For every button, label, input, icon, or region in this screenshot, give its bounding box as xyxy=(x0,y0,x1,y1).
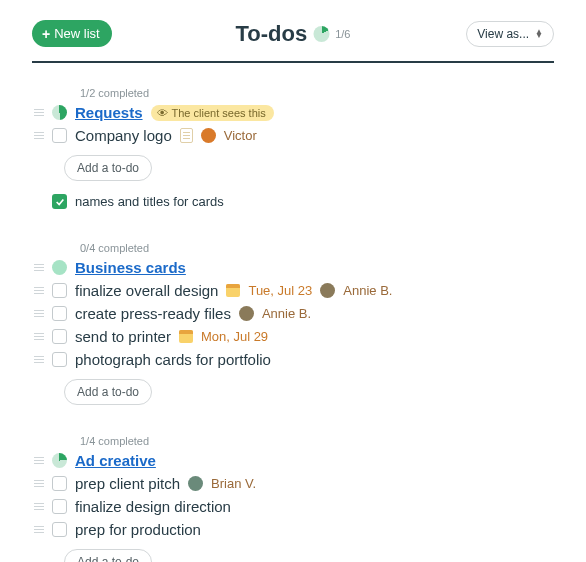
list-block: 0/4 completed Business cards finalize ov… xyxy=(32,242,554,405)
drag-handle-icon[interactable] xyxy=(32,264,44,271)
todo-row: finalize design direction xyxy=(32,495,554,518)
page-header: + New list To-dos 1/6 View as... ▲▼ xyxy=(32,20,554,63)
assignee-avatar xyxy=(320,283,335,298)
list-progress-pie-icon xyxy=(52,105,67,120)
todo-checkbox[interactable] xyxy=(52,329,67,344)
drag-handle-icon[interactable] xyxy=(32,480,44,487)
client-visibility-badge: 👁The client sees this xyxy=(151,105,274,121)
drag-handle-icon[interactable] xyxy=(32,457,44,464)
todo-row: photograph cards for portfolio xyxy=(32,348,554,371)
todo-label[interactable]: create press-ready files xyxy=(75,305,231,322)
assignee-avatar xyxy=(239,306,254,321)
todo-row: send to printer Mon, Jul 29 xyxy=(32,325,554,348)
list-progress-pie-icon xyxy=(52,260,67,275)
drag-handle-icon[interactable] xyxy=(32,333,44,340)
drag-handle-icon[interactable] xyxy=(32,109,44,116)
assignee-avatar xyxy=(201,128,216,143)
eye-icon: 👁 xyxy=(157,107,168,119)
title-wrap: To-dos 1/6 xyxy=(236,21,351,47)
list-block: 1/2 completed Requests 👁The client sees … xyxy=(32,87,554,212)
new-list-label: New list xyxy=(54,26,100,41)
todo-row: prep client pitch Brian V. xyxy=(32,472,554,495)
todo-checkbox[interactable] xyxy=(52,476,67,491)
list-title-link[interactable]: Ad creative xyxy=(75,452,156,469)
list-block: 1/4 completed Ad creative prep client pi… xyxy=(32,435,554,562)
calendar-icon xyxy=(179,330,193,343)
todo-row: finalize overall design Tue, Jul 23 Anni… xyxy=(32,279,554,302)
assignee-name: Victor xyxy=(224,128,257,143)
todo-checkbox[interactable] xyxy=(52,128,67,143)
todo-label[interactable]: finalize overall design xyxy=(75,282,218,299)
due-date: Mon, Jul 29 xyxy=(201,329,268,344)
add-todo-button[interactable]: Add a to-do xyxy=(64,155,152,181)
todo-label[interactable]: Company logo xyxy=(75,127,172,144)
plus-icon: + xyxy=(42,27,50,41)
drag-handle-icon[interactable] xyxy=(32,310,44,317)
todo-label[interactable]: photograph cards for portfolio xyxy=(75,351,271,368)
todo-checkbox[interactable] xyxy=(52,352,67,367)
view-as-button[interactable]: View as... ▲▼ xyxy=(466,21,554,47)
assignee-avatar xyxy=(188,476,203,491)
drag-handle-icon[interactable] xyxy=(32,356,44,363)
drag-handle-icon[interactable] xyxy=(32,287,44,294)
todo-label[interactable]: prep client pitch xyxy=(75,475,180,492)
view-as-label: View as... xyxy=(477,27,529,41)
page-title: To-dos xyxy=(236,21,308,47)
add-todo-button[interactable]: Add a to-do xyxy=(64,379,152,405)
assignee-name: Annie B. xyxy=(262,306,311,321)
calendar-icon xyxy=(226,284,240,297)
list-progress-pie-icon xyxy=(52,453,67,468)
checkmark-icon xyxy=(55,197,65,207)
list-header-row: Business cards xyxy=(32,256,554,279)
todo-row: Company logo Victor xyxy=(32,124,554,147)
todo-checkbox[interactable] xyxy=(52,522,67,537)
progress-ratio: 1/6 xyxy=(335,28,350,40)
todo-checkbox[interactable] xyxy=(52,283,67,298)
document-icon xyxy=(180,128,193,143)
completed-todo-label[interactable]: names and titles for cards xyxy=(75,194,224,209)
list-header-row: Requests 👁The client sees this xyxy=(32,101,554,124)
list-header-row: Ad creative xyxy=(32,449,554,472)
progress-pie-icon xyxy=(313,26,329,42)
completed-count: 0/4 completed xyxy=(80,242,554,254)
completed-count: 1/4 completed xyxy=(80,435,554,447)
due-date: Tue, Jul 23 xyxy=(248,283,312,298)
completed-count: 1/2 completed xyxy=(80,87,554,99)
add-todo-button[interactable]: Add a to-do xyxy=(64,549,152,562)
todo-checkbox[interactable] xyxy=(52,306,67,321)
todo-label[interactable]: send to printer xyxy=(75,328,171,345)
todo-row: create press-ready files Annie B. xyxy=(32,302,554,325)
new-list-button[interactable]: + New list xyxy=(32,20,112,47)
todo-label[interactable]: finalize design direction xyxy=(75,498,231,515)
completed-todo-row: names and titles for cards xyxy=(32,191,554,212)
todo-checkbox-checked[interactable] xyxy=(52,194,67,209)
todo-row: prep for production xyxy=(32,518,554,541)
chevron-updown-icon: ▲▼ xyxy=(535,30,543,38)
list-title-link[interactable]: Requests xyxy=(75,104,143,121)
todo-label[interactable]: prep for production xyxy=(75,521,201,538)
drag-handle-icon[interactable] xyxy=(32,526,44,533)
assignee-name: Annie B. xyxy=(343,283,392,298)
drag-handle-icon[interactable] xyxy=(32,132,44,139)
list-title-link[interactable]: Business cards xyxy=(75,259,186,276)
assignee-name: Brian V. xyxy=(211,476,256,491)
drag-handle-icon[interactable] xyxy=(32,503,44,510)
todo-checkbox[interactable] xyxy=(52,499,67,514)
